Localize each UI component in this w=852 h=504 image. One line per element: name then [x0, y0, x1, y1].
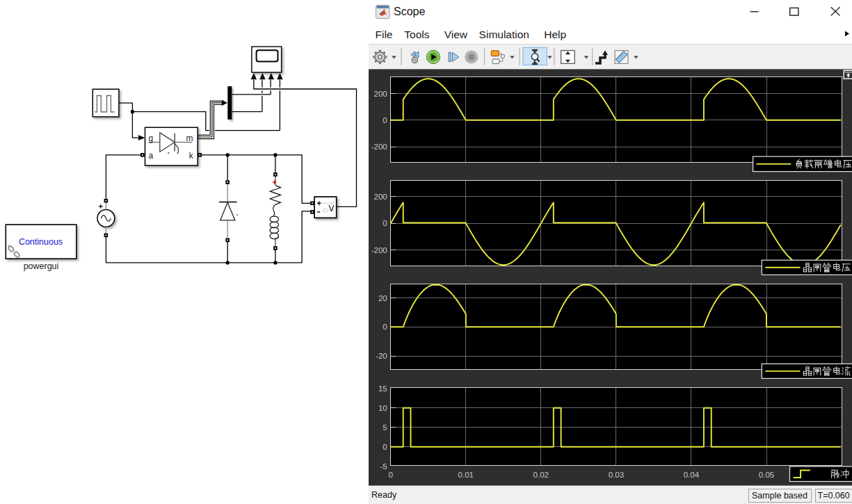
svg-text:0.02: 0.02 — [533, 471, 549, 479]
svg-text:15: 15 — [378, 384, 387, 393]
svg-text:k: k — [189, 151, 194, 161]
svg-text:0.04: 0.04 — [684, 471, 700, 479]
svg-text:0.05: 0.05 — [759, 471, 774, 479]
svg-text:File: File — [376, 29, 393, 40]
svg-text:-20: -20 — [376, 352, 387, 360]
svg-text:-5: -5 — [380, 462, 387, 471]
svg-text:0: 0 — [383, 323, 387, 331]
svg-text:powergui: powergui — [24, 261, 59, 271]
svg-text:0: 0 — [383, 443, 387, 451]
svg-text:g: g — [149, 133, 154, 143]
svg-text:m: m — [186, 133, 193, 143]
svg-text:200: 200 — [374, 90, 387, 98]
svg-text:-200: -200 — [371, 246, 387, 254]
svg-text:-200: -200 — [371, 143, 387, 151]
svg-text:Scope: Scope — [394, 6, 425, 17]
svg-text:0: 0 — [383, 116, 387, 124]
svg-text:0: 0 — [388, 471, 392, 479]
svg-text:5: 5 — [383, 423, 387, 432]
svg-text:20: 20 — [378, 294, 387, 302]
svg-text:0.03: 0.03 — [609, 471, 624, 479]
svg-text:0.01: 0.01 — [458, 471, 474, 479]
svg-text:Simulation: Simulation — [479, 29, 529, 40]
svg-text:200: 200 — [374, 193, 387, 201]
svg-text:Help: Help — [544, 29, 566, 40]
svg-text:Continuous: Continuous — [19, 237, 63, 247]
svg-text:a: a — [149, 151, 154, 161]
svg-text:V: V — [328, 204, 334, 213]
svg-text:View: View — [444, 29, 468, 40]
svg-text:Tools: Tools — [404, 29, 429, 40]
svg-text:0: 0 — [383, 219, 387, 227]
svg-text:10: 10 — [378, 404, 387, 412]
